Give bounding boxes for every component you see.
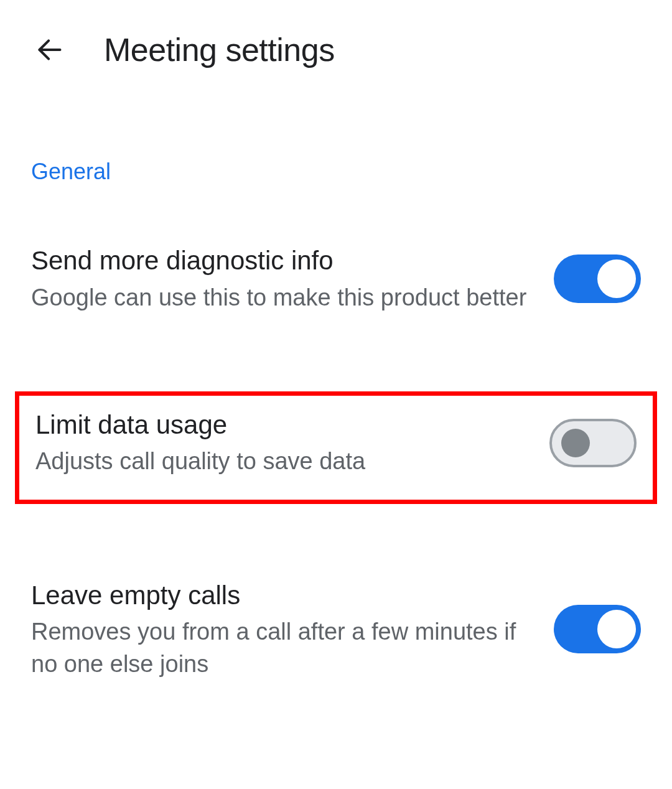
toggle-leave-empty-calls[interactable] [554, 605, 641, 653]
setting-text: Leave empty calls Removes you from a cal… [31, 579, 529, 680]
setting-title: Limit data usage [35, 408, 525, 442]
toggle-diagnostic-info[interactable] [554, 254, 641, 303]
setting-description: Removes you from a call after a few minu… [31, 616, 529, 680]
toggle-thumb [561, 429, 590, 457]
setting-description: Google can use this to make this product… [31, 282, 529, 314]
setting-description: Adjusts call quality to save data [35, 446, 525, 477]
setting-title: Leave empty calls [31, 579, 529, 613]
setting-title: Send more diagnostic info [31, 244, 529, 278]
back-button[interactable] [34, 34, 65, 65]
setting-limit-data-usage[interactable]: Limit data usage Adjusts call quality to… [15, 391, 657, 504]
section-header-general: General [0, 87, 672, 185]
settings-list: Send more diagnostic info Google can use… [0, 185, 672, 699]
page-title: Meeting settings [104, 31, 335, 68]
toggle-limit-data-usage[interactable] [549, 419, 637, 467]
setting-text: Send more diagnostic info Google can use… [31, 244, 529, 314]
arrow-left-icon [36, 36, 63, 63]
toggle-thumb [597, 610, 636, 648]
toggle-thumb [597, 259, 636, 298]
header: Meeting settings [0, 0, 672, 87]
setting-diagnostic-info[interactable]: Send more diagnostic info Google can use… [0, 228, 672, 332]
setting-leave-empty-calls[interactable]: Leave empty calls Removes you from a cal… [0, 563, 672, 699]
setting-text: Limit data usage Adjusts call quality to… [35, 408, 525, 478]
